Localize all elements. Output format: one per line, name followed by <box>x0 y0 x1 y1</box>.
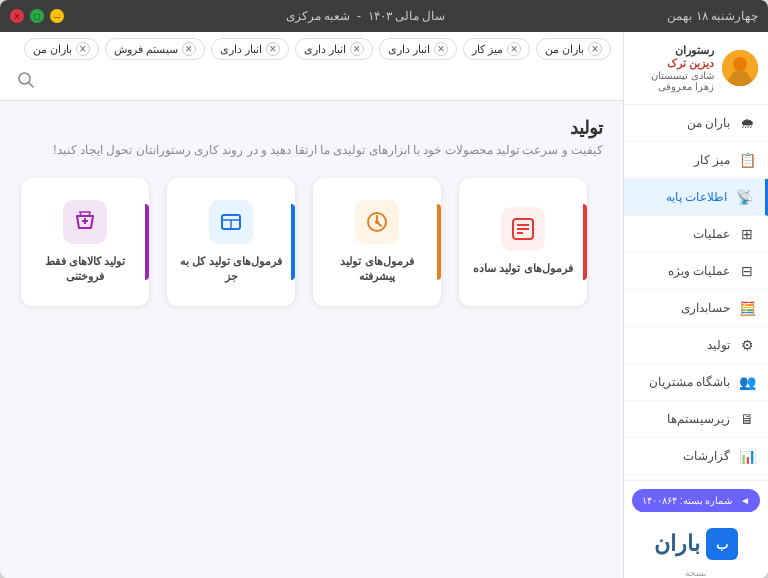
card-label-advanced: فرمول‌های تولید پیشرفته <box>325 254 429 285</box>
chip-warehouse2[interactable]: × انبار داری <box>295 38 373 60</box>
session-arrow: ◄ <box>740 495 750 506</box>
chip-close-baran-me[interactable]: × <box>588 42 602 56</box>
main-window: چهارشنبه ۱۸ بهمن سال مالی ۱۴۰۳ - شعبه مر… <box>0 0 768 578</box>
restaurant-name: رستوران دیزین ترک <box>651 44 714 70</box>
page-content: تولید کیفیت و سرعت تولید محصولات خود با … <box>0 101 623 578</box>
sidebar-label-basic-info: اطلاعات پایه <box>666 190 727 204</box>
sidebar-item-production[interactable]: ⚙ تولید <box>624 327 768 364</box>
card-icon-all <box>209 200 253 244</box>
page-description: کیفیت و سرعت تولید محصولات خود با ابزاره… <box>20 143 603 157</box>
sidebar-item-baran-me[interactable]: 🌧 باران من <box>624 105 768 142</box>
svg-point-1 <box>733 57 747 71</box>
chip-close-warehouse3[interactable]: × <box>266 42 280 56</box>
svg-line-6 <box>29 83 34 88</box>
chip-baran-me2[interactable]: × باران من <box>24 38 99 60</box>
restaurant-info: رستوران دیزین ترک شادی تیسستان زهرا معرو… <box>651 44 714 92</box>
baran-logo-text: باران <box>654 531 700 557</box>
chip-label-sales: سیستم فروش <box>114 43 178 56</box>
card-accent-retail <box>145 204 149 281</box>
sidebar-item-operations[interactable]: ⊞ عملیات <box>624 216 768 253</box>
production-icon: ⚙ <box>738 336 756 354</box>
club-icon: 👥 <box>738 373 756 391</box>
session-info[interactable]: ◄ شماره بسته: ۱۴۰۰۸۶۴ <box>632 489 760 512</box>
sidebar-header: رستوران دیزین ترک شادی تیسستان زهرا معرو… <box>624 32 768 105</box>
reports-icon: 📊 <box>738 447 756 465</box>
title-bar-center: سال مالی ۱۴۰۳ - شعبه مرکزی <box>286 9 445 23</box>
sidebar-label-baran-me: باران من <box>687 116 730 130</box>
sidebar-item-reports[interactable]: 📊 گزارشات <box>624 438 768 475</box>
chip-label-desk: میز کار <box>472 43 503 56</box>
page-title: تولید <box>20 117 603 139</box>
chip-close-baran-me2[interactable]: × <box>76 42 90 56</box>
sidebar: رستوران دیزین ترک شادی تیسستان زهرا معرو… <box>623 32 768 578</box>
sidebar-label-desk: میز کار <box>694 153 730 167</box>
card-label-simple: فرمول‌های تولید ساده <box>473 261 572 276</box>
baran-me-icon: 🌧 <box>738 114 756 132</box>
svg-point-2 <box>728 74 752 86</box>
svg-point-12 <box>375 220 379 224</box>
sidebar-item-club[interactable]: 👥 باشگاه مشتریان <box>624 364 768 401</box>
chip-baran-me[interactable]: × باران من <box>536 38 611 60</box>
sidebar-label-special-ops: عملیات ویژه <box>668 264 730 278</box>
chip-label-warehouse1: انبار داری <box>388 43 430 56</box>
search-button[interactable] <box>12 66 40 94</box>
title-bar-left: چهارشنبه ۱۸ بهمن <box>667 9 758 23</box>
card-icon-retail <box>63 200 107 244</box>
chip-warehouse1[interactable]: × انبار داری <box>379 38 457 60</box>
subsystems-icon: 🖥 <box>738 410 756 428</box>
branch-name: شعبه مرکزی <box>286 9 350 23</box>
card-simple-formulas[interactable]: فرمول‌های تولید ساده <box>458 177 588 307</box>
card-label-all: فرمول‌های تولید کل به جز <box>179 254 283 285</box>
chip-desk[interactable]: × میز کار <box>463 38 530 60</box>
sidebar-item-accounting[interactable]: 🧮 حسابداری <box>624 290 768 327</box>
chip-label-warehouse2: انبار داری <box>304 43 346 56</box>
sidebar-label-subsystems: زیرسیستم‌ها <box>667 412 730 426</box>
card-retail-only[interactable]: تولید کالاهای فقط فروختنی <box>20 177 150 307</box>
card-all-formulas[interactable]: فرمول‌های تولید کل به جز <box>166 177 296 307</box>
chip-label-baran-me2: باران من <box>33 43 72 56</box>
baran-logo-area: ب باران <box>624 520 768 568</box>
chip-close-warehouse1[interactable]: × <box>434 42 448 56</box>
card-icon-simple <box>501 207 545 251</box>
card-accent-advanced <box>437 204 441 281</box>
sidebar-item-basic-info[interactable]: 📡 اطلاعات پایه <box>624 179 768 216</box>
card-label-retail: تولید کالاهای فقط فروختنی <box>33 254 137 285</box>
desk-icon: 📋 <box>738 151 756 169</box>
window-date: چهارشنبه ۱۸ بهمن <box>667 9 758 23</box>
card-accent-all <box>291 204 295 281</box>
chip-close-sales[interactable]: × <box>182 42 196 56</box>
chip-close-warehouse2[interactable]: × <box>350 42 364 56</box>
minimize-button[interactable]: – <box>50 9 64 23</box>
maximize-button[interactable]: □ <box>30 9 44 23</box>
svg-text:ب: ب <box>716 537 728 552</box>
sidebar-item-subsystems[interactable]: 🖥 زیرسیستم‌ها <box>624 401 768 438</box>
card-icon-advanced <box>355 200 399 244</box>
chip-label-baran-me: باران من <box>545 43 584 56</box>
chip-label-warehouse3: انبار داری <box>220 43 262 56</box>
operations-icon: ⊞ <box>738 225 756 243</box>
nav-items: 🌧 باران من 📋 میز کار 📡 اطلاعات پایه ⊞ عم… <box>624 105 768 480</box>
sidebar-label-accounting: حسابداری <box>681 301 730 315</box>
card-accent-simple <box>583 204 587 281</box>
basic-info-icon: 📡 <box>735 188 753 206</box>
baran-icon: ب <box>706 528 738 560</box>
close-button[interactable]: × <box>10 9 24 23</box>
card-advanced-formulas[interactable]: فرمول‌های تولید پیشرفته <box>312 177 442 307</box>
user-name: شادی تیسستان زهرا معروفی <box>651 70 714 92</box>
top-bar: × باران من × میز کار × انبار داری × انبا… <box>0 32 623 101</box>
sidebar-bottom: ◄ شماره بسته: ۱۴۰۰۸۶۴ <box>624 480 768 520</box>
sidebar-item-special-ops[interactable]: ⊟ عملیات ویژه <box>624 253 768 290</box>
version-text: نسخه <box>624 568 768 578</box>
sidebar-label-operations: عملیات <box>693 227 730 241</box>
special-ops-icon: ⊟ <box>738 262 756 280</box>
title-bar: چهارشنبه ۱۸ بهمن سال مالی ۱۴۰۳ - شعبه مر… <box>0 0 768 32</box>
sidebar-label-reports: گزارشات <box>683 449 730 463</box>
chip-sales[interactable]: × سیستم فروش <box>105 38 205 60</box>
sidebar-item-desk[interactable]: 📋 میز کار <box>624 142 768 179</box>
main-layout: رستوران دیزین ترک شادی تیسستان زهرا معرو… <box>0 32 768 578</box>
window-controls: – □ × <box>10 9 64 23</box>
cards-grid: فرمول‌های تولید ساده فرمول‌های تول <box>20 177 603 307</box>
chip-close-desk[interactable]: × <box>507 42 521 56</box>
chip-warehouse3[interactable]: × انبار داری <box>211 38 289 60</box>
financial-year: سال مالی ۱۴۰۳ <box>368 9 446 23</box>
